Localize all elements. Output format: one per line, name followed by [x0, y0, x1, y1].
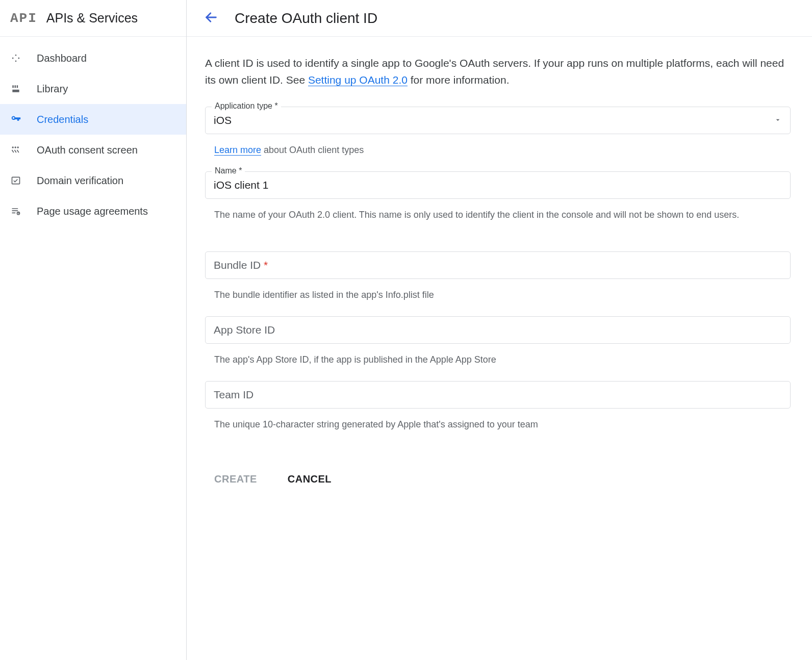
create-button[interactable]: CREATE — [214, 469, 257, 489]
api-logo-icon: API — [10, 11, 37, 26]
team-id-group: Team ID The unique 10-character string g… — [205, 381, 791, 431]
svg-point-2 — [17, 147, 18, 148]
page-title: Create OAuth client ID — [235, 10, 377, 27]
team-id-placeholder: Team ID — [214, 389, 782, 401]
sidebar-item-label: Domain verification — [37, 175, 123, 187]
name-value: iOS client 1 — [214, 179, 782, 191]
bundle-id-input[interactable]: Bundle ID * — [205, 251, 791, 279]
name-field: Name * iOS client 1 — [205, 171, 791, 199]
dashboard-icon — [10, 53, 21, 64]
application-type-group: Application type * iOS Learn more about … — [205, 107, 791, 157]
name-group: Name * iOS client 1 The name of your OAu… — [205, 171, 791, 222]
bundle-id-group: Bundle ID * The bundle identifier as lis… — [205, 251, 791, 302]
bundle-id-field: Bundle ID * — [205, 251, 791, 279]
application-type-help-text: about OAuth client types — [261, 145, 364, 155]
intro-after: for more information. — [408, 74, 510, 86]
application-type-label: Application type * — [212, 101, 281, 111]
sidebar-nav: Dashboard Library Credentials OAuth cons… — [0, 37, 186, 226]
app-store-id-input[interactable]: App Store ID — [205, 316, 791, 344]
back-button[interactable] — [201, 8, 221, 29]
team-id-input[interactable]: Team ID — [205, 381, 791, 409]
agreements-icon — [10, 206, 21, 217]
sidebar: API APIs & Services Dashboard Library — [0, 0, 187, 660]
sidebar-item-oauth-consent[interactable]: OAuth consent screen — [0, 135, 186, 165]
bundle-id-placeholder: Bundle ID * — [214, 259, 782, 271]
application-type-help: Learn more about OAuth client types — [205, 138, 791, 157]
domain-verification-icon — [10, 175, 21, 186]
arrow-left-icon — [204, 10, 218, 26]
sidebar-item-label: Credentials — [37, 114, 88, 125]
sidebar-item-domain-verification[interactable]: Domain verification — [0, 165, 186, 196]
library-icon — [10, 83, 21, 94]
sidebar-item-page-usage-agreements[interactable]: Page usage agreements — [0, 196, 186, 226]
form-body: A client ID is used to identify a single… — [187, 37, 809, 501]
team-id-help: The unique 10-character string generated… — [205, 413, 791, 431]
name-label: Name * — [212, 166, 245, 175]
chevron-down-icon — [774, 116, 782, 125]
name-input[interactable]: Name * iOS client 1 — [205, 171, 791, 199]
bundle-id-help: The bundle identifier as listed in the a… — [205, 283, 791, 302]
form-actions: CREATE CANCEL — [205, 451, 791, 489]
learn-more-link[interactable]: Learn more — [214, 145, 261, 156]
sidebar-item-label: Dashboard — [37, 53, 87, 64]
app-store-id-group: App Store ID The app's App Store ID, if … — [205, 316, 791, 367]
sidebar-item-library[interactable]: Library — [0, 73, 186, 104]
application-type-select[interactable]: Application type * iOS — [205, 107, 791, 134]
sidebar-item-dashboard[interactable]: Dashboard — [0, 43, 186, 73]
setup-oauth-link[interactable]: Setting up OAuth 2.0 — [308, 74, 408, 86]
svg-point-1 — [15, 147, 16, 148]
sidebar-item-label: Library — [37, 83, 68, 95]
app-store-id-placeholder: App Store ID — [214, 324, 782, 336]
application-type-value: iOS — [214, 114, 774, 126]
key-icon — [10, 114, 21, 125]
cancel-button[interactable]: CANCEL — [288, 469, 332, 489]
team-id-field: Team ID — [205, 381, 791, 409]
application-type-field: Application type * iOS — [205, 107, 791, 134]
intro-text: A client ID is used to identify a single… — [205, 55, 791, 88]
app-store-id-field: App Store ID — [205, 316, 791, 344]
main-header: Create OAuth client ID — [187, 0, 812, 37]
main-content: Create OAuth client ID A client ID is us… — [187, 0, 812, 660]
sidebar-title: APIs & Services — [46, 11, 138, 26]
sidebar-item-credentials[interactable]: Credentials — [0, 104, 186, 135]
sidebar-item-label: OAuth consent screen — [37, 144, 138, 156]
name-help: The name of your OAuth 2.0 client. This … — [205, 203, 791, 222]
consent-screen-icon — [10, 144, 21, 156]
app-store-id-help: The app's App Store ID, if the app is pu… — [205, 348, 791, 367]
sidebar-header: API APIs & Services — [0, 0, 186, 37]
sidebar-item-label: Page usage agreements — [37, 206, 148, 217]
svg-point-0 — [12, 147, 13, 148]
